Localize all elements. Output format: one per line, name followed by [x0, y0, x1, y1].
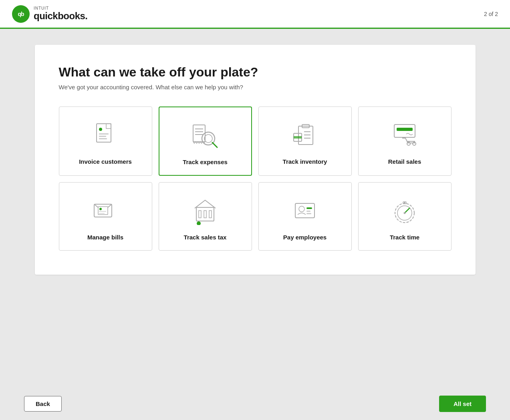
- invoice-icon: [89, 119, 121, 151]
- option-label: Invoice customers: [79, 158, 132, 165]
- intuit-label: intuit: [34, 6, 88, 10]
- svg-point-3: [99, 128, 102, 131]
- page-title: What can we take off your plate?: [59, 65, 452, 80]
- expenses-icon: [189, 119, 221, 151]
- allset-button[interactable]: All set: [439, 396, 486, 412]
- option-manage-bills[interactable]: Manage bills: [59, 182, 152, 251]
- svg-line-46: [405, 208, 409, 213]
- option-invoice-customers[interactable]: Invoice customers: [59, 107, 152, 176]
- qb-logo-icon: qb: [12, 5, 30, 23]
- option-track-inventory[interactable]: Track inventory: [258, 107, 352, 176]
- svg-rect-40: [306, 211, 310, 212]
- content-card: What can we take off your plate? We've g…: [35, 45, 476, 275]
- time-icon: [389, 195, 421, 227]
- svg-rect-39: [306, 207, 312, 209]
- svg-rect-20: [294, 136, 302, 139]
- step-indicator: 2 of 2: [484, 11, 498, 17]
- svg-rect-34: [209, 211, 212, 218]
- option-track-time[interactable]: Track time: [358, 182, 452, 251]
- option-track-expenses[interactable]: Track expenses: [159, 107, 252, 176]
- svg-point-47: [404, 212, 406, 214]
- option-label: Track sales tax: [184, 234, 227, 241]
- logo-area: qb intuit quickbooks.: [12, 5, 88, 23]
- option-label: Pay employees: [283, 234, 327, 241]
- retail-icon: [389, 119, 421, 151]
- svg-rect-37: [295, 203, 314, 218]
- svg-line-13: [212, 143, 217, 147]
- svg-rect-22: [397, 128, 413, 131]
- svg-rect-5: [99, 136, 106, 137]
- svg-rect-7: [193, 125, 205, 142]
- bills-icon: [89, 195, 121, 227]
- option-label: Track time: [390, 234, 419, 241]
- svg-rect-33: [204, 211, 206, 218]
- main-content: What can we take off your plate? We've g…: [0, 29, 510, 388]
- svg-rect-6: [99, 138, 107, 139]
- employees-icon: [289, 195, 321, 227]
- options-grid: Invoice customers: [59, 107, 452, 251]
- tax-icon: [189, 195, 221, 227]
- option-label: Manage bills: [87, 234, 123, 241]
- option-label: Retail sales: [388, 158, 421, 165]
- option-track-sales-tax[interactable]: Track sales tax: [159, 182, 252, 251]
- svg-rect-32: [199, 211, 201, 218]
- svg-point-36: [197, 221, 201, 225]
- page-subtitle: We've got your accounting covered. What …: [59, 84, 452, 90]
- svg-rect-41: [306, 213, 311, 214]
- option-label: Track inventory: [283, 158, 327, 165]
- svg-rect-2: [97, 124, 111, 142]
- svg-point-28: [99, 208, 102, 210]
- brand-name: quickbooks.: [34, 10, 88, 22]
- option-retail-sales[interactable]: Retail sales: [358, 107, 452, 176]
- option-label: Track expenses: [183, 159, 228, 165]
- svg-rect-4: [99, 133, 109, 135]
- option-pay-employees[interactable]: Pay employees: [258, 182, 352, 251]
- svg-point-38: [299, 206, 304, 212]
- svg-text:qb: qb: [18, 11, 24, 17]
- back-button[interactable]: Back: [24, 396, 62, 412]
- footer: Back All set: [0, 388, 510, 420]
- header: qb intuit quickbooks. 2 of 2: [0, 0, 510, 29]
- logo-text: intuit quickbooks.: [34, 6, 88, 22]
- inventory-icon: [289, 119, 321, 151]
- svg-point-45: [404, 202, 405, 203]
